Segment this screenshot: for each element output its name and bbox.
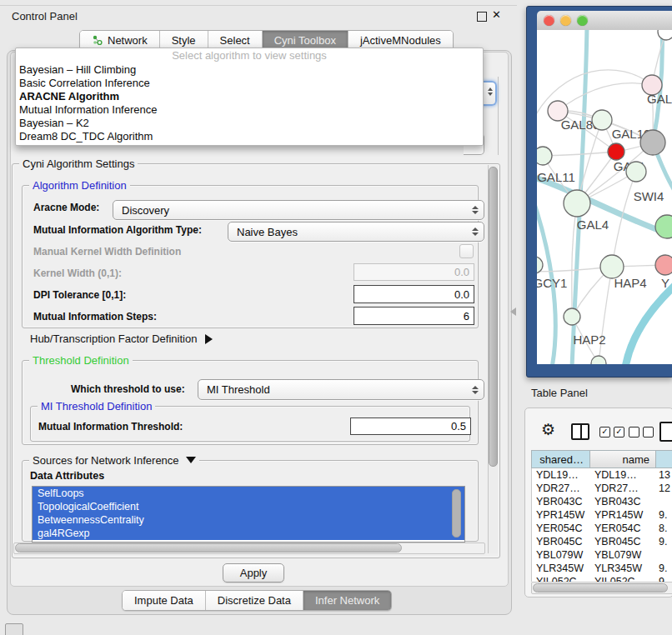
table-row[interactable]: YBR045CYBR045C9. [532,535,672,548]
network-canvas[interactable]: GALGAL80GAL10GAL1GAL11SWI4GAL4GCY1HAP4YH… [537,30,672,364]
table-cell: YBR043C [532,495,591,508]
network-node[interactable] [640,130,665,155]
attribute-item-selfloops[interactable]: SelfLoops [33,487,464,500]
network-node-gal1[interactable] [608,143,624,160]
network-node-gcy1[interactable] [537,257,543,273]
table-row[interactable]: YPR145WYPR145W9. [532,508,672,522]
table-cell: YIL052C [532,575,591,582]
table-row[interactable]: YBR043CYBR043C [532,495,672,508]
bottom-tab-infer-network[interactable]: Infer Network [303,591,391,610]
network-node-gal4[interactable] [564,190,590,217]
manual-kernel-width-label: Manual Kernel Width Definition [33,246,181,258]
kernel-width-label: Kernel Width (0,1): [33,268,122,279]
inference-algorithm-group-edge [498,77,499,155]
algorithm-option-dream8-dc-tdc-algorithm[interactable]: Dream8 DC_TDC Algorithm [16,130,483,143]
table-hscrollbar-thumb[interactable] [533,583,668,592]
algorithm-option-bayesian-hill-climbing[interactable]: Bayesian – Hill Climbing [16,63,483,77]
which-threshold-value: MI Threshold [207,383,270,396]
apply-button[interactable]: Apply [223,563,284,582]
settings-scrollbar-thumb[interactable] [489,167,498,467]
table-cell: YDL19… [591,468,657,482]
dpi-tolerance-label: DPI Tolerance [0,1]: [33,289,126,301]
network-node[interactable] [658,30,672,40]
zoom-traffic-light[interactable] [577,15,588,26]
node-label-gcy1: GCY1 [537,276,567,290]
which-threshold-combo[interactable]: MI Threshold [198,379,484,400]
network-node-hap4[interactable] [600,255,624,278]
algorithm-dropdown-placeholder: Select algorithm to view settings [16,48,483,63]
gear-icon[interactable]: ⚙ [541,422,555,438]
control-panel-titlebar [0,5,517,28]
checked-columns-icon[interactable]: ✓✓ [599,427,624,438]
bottom-tab-label: Discretize Data [218,594,291,607]
panel-divider-collapse-icon[interactable] [510,308,516,316]
sources-group-title: Sources for Network Inference [29,454,199,467]
kernel-width-field [354,263,474,281]
node-label-gal11: GAL11 [537,170,575,184]
inference-algorithm-combo-fragment [482,81,497,106]
table-cell [657,548,672,562]
dpi-tolerance-field[interactable] [354,285,474,303]
minimized-panel-icon[interactable] [5,623,23,635]
collapsed-arrow-icon [205,334,213,344]
network-node-swi4[interactable] [626,162,646,182]
network-node-gal11[interactable] [537,147,552,165]
cyni-bottom-tab-bar: Impute DataDiscretize DataInfer Network [122,590,392,611]
column-header-name[interactable]: name [590,450,656,468]
mi-threshold-field[interactable] [350,418,471,435]
attributes-scrollbar-thumb[interactable] [452,489,461,538]
bottom-tab-impute-data[interactable]: Impute Data [123,591,206,610]
network-node[interactable] [591,356,606,364]
apply-button-label: Apply [240,567,268,579]
table-cell: 9. [657,562,672,575]
network-window-titlebar[interactable] [537,11,672,31]
network-node-y[interactable] [655,255,672,275]
close-icon[interactable]: ✕ [492,8,501,21]
mi-threshold-label: Mutual Information Threshold: [38,421,183,432]
table-cell: 12 [657,482,672,495]
table-cell: YIL052C [591,575,657,582]
network-node-hap2[interactable] [564,308,580,325]
network-node-gal10[interactable] [592,110,612,130]
table-row[interactable]: YDL19…YDL19…13 [532,468,672,482]
settings-hscrollbar-thumb[interactable] [15,543,402,552]
attribute-item-gal4rgexp[interactable]: gal4RGexp [33,527,464,540]
table-row[interactable]: YBL079WYBL079W [532,548,672,562]
attribute-item-betweennesscentrality[interactable]: BetweennessCentrality [33,513,464,527]
split-view-icon[interactable] [571,423,589,440]
minimize-traffic-light[interactable] [560,15,571,26]
tab-label: Select [220,34,250,47]
float-window-icon[interactable] [477,12,487,22]
table-row[interactable]: YLR345WYLR345W9. [532,562,672,575]
file-icon[interactable] [659,422,672,442]
mi-steps-field[interactable] [354,307,474,325]
threshold-definition-title: Threshold Definition [29,354,133,367]
close-traffic-light[interactable] [544,15,554,26]
data-attributes-list[interactable]: SelfLoopsTopologicalCoefficientBetweenne… [32,486,465,542]
table-row[interactable]: YIL052CYIL052C9. [532,575,672,582]
algorithm-option-mutual-information-inference[interactable]: Mutual Information Inference [16,103,483,117]
table-row[interactable]: YDR27…YDR27…12 [532,482,672,495]
cyni-algorithm-settings-title: Cyni Algorithm Settings [19,158,138,170]
unchecked-columns-icon[interactable] [629,427,654,438]
bottom-tab-discretize-data[interactable]: Discretize Data [206,591,303,610]
table-cell: 9. [657,575,672,582]
hub-transcription-section-toggle[interactable]: Hub/Transcription Factor Definition [30,332,213,345]
algorithm-option-basic-correlation-inference[interactable]: Basic Correlation Inference [16,77,483,90]
attribute-item-topologicalcoefficient[interactable]: TopologicalCoefficient [33,500,464,513]
checkbox-empty-icon [629,427,639,438]
table-row[interactable]: YER054CYER054C8. [532,522,672,535]
aracne-mode-combo[interactable]: Discovery [113,200,484,220]
table-body: YDL19…YDL19…13YDR27…YDR27…12YBR043CYBR04… [531,468,672,582]
checkbox-checked-icon: ✓ [614,427,624,438]
column-header-shared[interactable]: shared… [531,450,590,468]
algorithm-option-aracne-algorithm[interactable]: ARACNE Algorithm [16,90,483,103]
algorithm-option-bayesian-k2[interactable]: Bayesian – K2 [16,117,483,130]
table-cell: YBL079W [591,548,657,562]
control-panel-title: Control Panel [12,10,78,22]
column-header-2[interactable] [656,450,672,468]
mi-algorithm-type-combo[interactable]: Naive Bayes [228,222,484,242]
manual-kernel-width-checkbox [459,244,474,258]
aracne-mode-value: Discovery [122,204,169,217]
network-node[interactable] [655,215,672,238]
